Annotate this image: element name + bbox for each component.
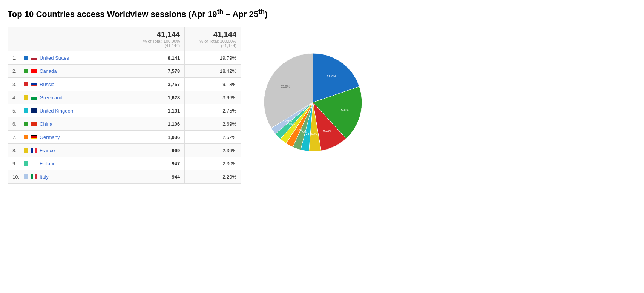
col-header-sessions: 41,144 % of Total: 100.00% (41,144) [128,27,185,51]
table-row: 8. France 969 2.36% [8,144,241,157]
rank-8: 9. [12,161,21,167]
pct-value-4: 2.75% [222,108,236,114]
country-cell-3: 4. Greenland [8,91,128,104]
country-cell-8: 9. Finland [8,157,128,170]
col-header-percent: 41,144 % of Total: 100.00% (41,144) [185,27,241,51]
pct-cell-0: 19.79% [185,51,241,65]
color-box-5 [24,122,28,126]
rank-3: 4. [12,95,21,100]
color-box-9 [24,174,28,179]
pct-cell-4: 2.75% [185,104,241,117]
sessions-value-1: 7,578 [168,68,180,74]
rank-7: 8. [12,148,21,153]
flag-fi-icon [31,161,37,166]
country-cell-1: 2. Canada [8,65,128,78]
country-cell-0: 1. United States [8,51,128,65]
sessions-cell-0: 8,141 [128,51,185,65]
sessions-value-0: 8,141 [168,55,180,61]
sessions-value-9: 944 [172,174,180,180]
rank-0: 1. [12,55,21,61]
pct-value-2: 9.13% [222,82,236,87]
flag-gl-icon [31,95,37,100]
sessions-cell-7: 969 [128,144,185,157]
data-table: 41,144 % of Total: 100.00% (41,144) 41,1… [8,27,241,184]
chart-section: 19.8%18.4%9.1%4%2.75%2.69%2.52%2.36%2.30… [256,27,370,155]
pie-label-2: 9.1% [323,129,331,133]
sessions-cell-1: 7,578 [128,65,185,78]
color-box-2 [24,82,28,86]
country-cell-4: 5. United Kingdom [8,104,128,117]
pct-value-0: 19.79% [220,55,236,61]
sessions-value-5: 1,106 [168,121,180,127]
rank-6: 7. [12,134,21,140]
country-name-3[interactable]: Greenland [40,95,63,100]
sessions-cell-6: 1,036 [128,131,185,144]
sessions-cell-3: 1,628 [128,91,185,104]
pct-cell-7: 2.36% [185,144,241,157]
col-header-country [8,27,128,51]
table-row: 5. United Kingdom 1,131 2.75% [8,104,241,117]
country-cell-2: 3. Russia [8,78,128,91]
color-box-3 [24,95,28,100]
sessions-value-8: 947 [172,161,180,167]
pct-cell-5: 2.69% [185,117,241,131]
sessions-cell-9: 944 [128,170,185,184]
rank-5: 6. [12,121,21,127]
pct-cell-3: 3.96% [185,91,241,104]
pct-cell-8: 2.30% [185,157,241,170]
country-cell-6: 7. Germany [8,131,128,144]
color-box-0 [24,56,28,60]
page-title: Top 10 Countries access Worldview sessio… [8,8,636,19]
country-name-7[interactable]: France [40,148,55,153]
header-pct-sub: % of Total: 100.00% (41,144) [189,39,236,48]
table-row: 3. Russia 3,757 9.13% [8,78,241,91]
pct-value-3: 3.96% [222,95,236,100]
country-name-4[interactable]: United Kingdom [40,108,75,114]
table-row: 6. China 1,106 2.69% [8,117,241,131]
table-section: 41,144 % of Total: 100.00% (41,144) 41,1… [8,27,241,184]
table-row: 9. Finland 947 2.30% [8,157,241,170]
sessions-cell-2: 3,757 [128,78,185,91]
sessions-value-2: 3,757 [168,82,180,87]
color-box-6 [24,135,28,139]
sessions-cell-8: 947 [128,157,185,170]
country-cell-7: 8. France [8,144,128,157]
pct-value-8: 2.30% [222,161,236,167]
rank-9: 10. [12,174,21,180]
flag-it-icon [31,174,37,179]
pct-value-5: 2.69% [222,121,236,127]
table-row: 4. Greenland 1,628 3.96% [8,91,241,104]
country-name-2[interactable]: Russia [40,82,55,87]
pct-cell-9: 2.29% [185,170,241,184]
table-body: 1. United States 8,141 19.79% 2. Canada [8,51,241,184]
country-name-8[interactable]: Finland [40,161,56,167]
sessions-value-7: 969 [172,148,180,153]
country-name-6[interactable]: Germany [40,134,60,140]
rank-2: 3. [12,82,21,87]
rank-4: 5. [12,108,21,114]
pct-value-7: 2.36% [222,148,236,153]
sessions-value-4: 1,131 [168,108,180,114]
flag-ru-icon [31,82,37,86]
table-header-row: 41,144 % of Total: 100.00% (41,144) 41,1… [8,27,241,51]
pct-value-9: 2.29% [222,174,236,180]
country-name-5[interactable]: China [40,121,52,127]
header-sessions-main: 41,144 [133,30,180,39]
pie-label-0: 19.8% [327,74,336,78]
sessions-value-6: 1,036 [168,134,180,140]
flag-fr-icon [31,148,37,153]
flag-de-icon [31,135,37,139]
country-name-1[interactable]: Canada [40,68,57,74]
pie-label-1: 18.4% [339,108,349,112]
color-box-8 [24,161,28,166]
main-container: 41,144 % of Total: 100.00% (41,144) 41,1… [8,27,636,184]
pct-value-1: 18.42% [220,68,236,74]
country-cell-5: 6. China [8,117,128,131]
flag-ca-icon [31,69,37,73]
table-row: 10. Italy 944 2.29% [8,170,241,184]
country-name-0[interactable]: United States [40,55,69,61]
rank-1: 2. [12,68,21,74]
country-name-9[interactable]: Italy [40,174,49,180]
flag-gb-icon [31,108,37,113]
table-row: 7. Germany 1,036 2.52% [8,131,241,144]
